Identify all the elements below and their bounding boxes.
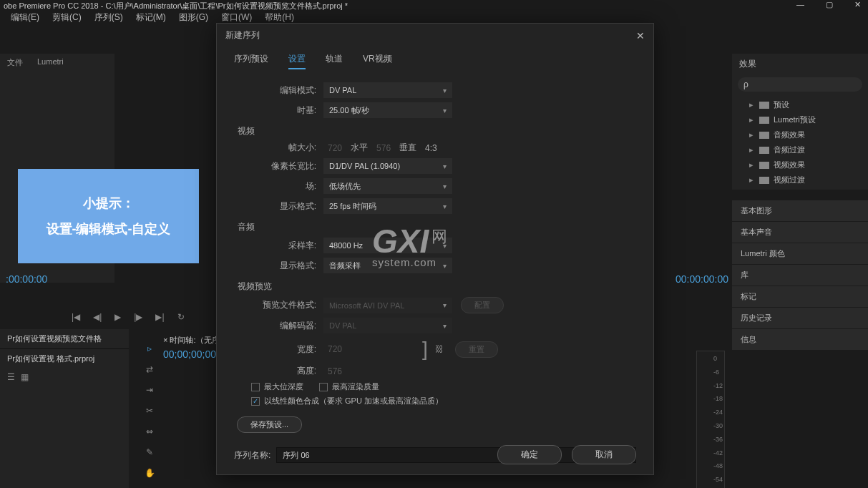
maximize-icon[interactable]: ▢ [826, 0, 833, 9]
fields-label: 场: [234, 180, 323, 192]
disp-fmt-select[interactable]: 25 fps 时间码▾ [323, 198, 452, 214]
effects-presets[interactable]: ▸预设 [732, 97, 868, 112]
panel-libraries[interactable]: 库 [732, 265, 868, 286]
search-icon: ρ [743, 79, 748, 89]
save-preset-button[interactable]: 保存预设... [237, 416, 302, 433]
audio-disp-label: 显示格式: [234, 260, 323, 272]
menu-window[interactable]: 窗口(W) [221, 11, 252, 23]
tab-vr[interactable]: VR视频 [363, 53, 392, 69]
project-tab[interactable]: Pr如何设置视频预览文件格 [0, 329, 129, 349]
effects-title[interactable]: 效果 [732, 54, 868, 74]
razor-tool-icon[interactable]: ✂ [143, 404, 156, 417]
panel-history[interactable]: 历史记录 [732, 308, 868, 328]
edit-mode-select[interactable]: DV PAL▾ [323, 82, 452, 98]
app-title: obe Premiere Pro CC 2018 - C:\用户\Adminis… [4, 1, 348, 10]
fields-select[interactable]: 低场优先▾ [323, 178, 452, 194]
max-quality-label: 最高渲染质量 [332, 381, 379, 392]
video-section-label: 视频 [238, 125, 636, 137]
pen-tool-icon[interactable]: ✎ [143, 446, 156, 459]
par-select[interactable]: D1/DV PAL (1.0940)▾ [323, 158, 452, 174]
menu-sequence[interactable]: 序列(S) [94, 11, 123, 23]
step-fwd-icon[interactable]: |▶ [134, 312, 142, 322]
codec-select: DV PAL▾ [323, 318, 452, 333]
panel-essential-graphics[interactable]: 基本图形 [732, 200, 868, 221]
slip-tool-icon[interactable]: ⇔ [143, 425, 156, 438]
menu-graphics[interactable]: 图形(G) [179, 11, 208, 23]
panel-essential-sound[interactable]: 基本声音 [732, 222, 868, 243]
timebase-label: 时基: [234, 104, 323, 117]
preview-tip-box: 小提示： 设置-编辑模式-自定义 [18, 169, 199, 263]
audio-disp-select[interactable]: 音频采样▾ [323, 258, 452, 273]
seq-name-label: 序列名称: [234, 449, 270, 462]
preview-fmt-label: 预览文件格式: [234, 299, 323, 311]
bracket-icon: ] [418, 338, 432, 361]
source-timecode[interactable]: :00:00:00 [6, 273, 47, 285]
panel-info[interactable]: 信息 [732, 329, 868, 350]
edit-mode-label: 编辑模式: [234, 84, 323, 97]
tab-settings[interactable]: 设置 [288, 53, 306, 69]
list-view-icon[interactable]: ☰ [7, 372, 15, 382]
frame-height: 576 [372, 143, 395, 153]
effects-lumetri[interactable]: ▸Lumetri预设 [732, 112, 868, 127]
dialog-close-icon[interactable]: ✕ [636, 30, 645, 42]
play-icon[interactable]: ▶ [114, 312, 121, 322]
goto-in-icon[interactable]: |◀ [72, 312, 80, 322]
step-back-icon[interactable]: ◀| [93, 312, 102, 322]
preview-fmt-select: Microsoft AVI DV PAL▾ [323, 298, 452, 313]
icon-view-icon[interactable]: ▦ [21, 372, 29, 382]
menu-clip[interactable]: 剪辑(C) [52, 11, 82, 23]
minimize-icon[interactable]: — [796, 0, 804, 9]
timebase-select[interactable]: 25.00 帧/秒▾ [323, 102, 452, 118]
preview-height: 576 [323, 366, 346, 376]
chevron-down-icon: ▾ [443, 162, 447, 170]
tip-line1: 小提示： [83, 195, 135, 212]
linear-color-checkbox[interactable] [251, 397, 260, 406]
tab-lumetri[interactable]: Lumetri [37, 57, 64, 68]
chevron-down-icon: ▾ [443, 182, 447, 190]
cancel-button[interactable]: 取消 [572, 445, 636, 464]
effects-search[interactable]: ρ [738, 77, 862, 92]
menu-marker[interactable]: 标记(M) [136, 11, 166, 23]
new-sequence-dialog: 新建序列 ✕ 序列预设 设置 轨道 VR视频 编辑模式: DV PAL▾ 时基:… [216, 23, 654, 475]
chevron-down-icon: ▾ [443, 322, 447, 330]
linear-color-label: 以线性颜色合成（要求 GPU 加速或最高渲染品质） [264, 396, 443, 406]
frame-size-label: 帧大小: [234, 142, 323, 154]
tip-line2: 设置-编辑模式-自定义 [47, 220, 171, 238]
program-timecode[interactable]: 00:00:00:00 [676, 273, 728, 285]
menu-help[interactable]: 帮助(H) [265, 11, 294, 23]
dialog-title: 新建序列 [225, 29, 260, 42]
chevron-down-icon: ▾ [443, 301, 447, 309]
track-select-icon[interactable]: ⇄ [143, 363, 156, 376]
tab-presets[interactable]: 序列预设 [234, 53, 268, 69]
title-bar: obe Premiere Pro CC 2018 - C:\用户\Adminis… [0, 0, 868, 10]
panel-lumetri-color[interactable]: Lumetri 颜色 [732, 243, 868, 264]
hand-tool-icon[interactable]: ✋ [143, 467, 156, 479]
project-item[interactable]: Pr如何设置视 格式.prproj [0, 349, 129, 369]
effects-audio-trans[interactable]: ▸音频过渡 [732, 142, 868, 157]
height-label: 高度: [234, 365, 323, 377]
close-icon[interactable]: ✕ [854, 0, 861, 9]
max-quality-checkbox[interactable] [319, 383, 328, 391]
timeline-tab[interactable]: × 时间轴:（无序 [163, 335, 223, 346]
selection-tool-icon[interactable]: ▹ [143, 342, 156, 355]
ripple-edit-icon[interactable]: ⇥ [143, 384, 156, 396]
timeline-timecode[interactable]: 00;00;00;00 [163, 348, 223, 360]
ok-button[interactable]: 确定 [497, 445, 562, 464]
goto-out-icon[interactable]: ▶| [155, 312, 164, 322]
menu-bar: 编辑(E) 剪辑(C) 序列(S) 标记(M) 图形(G) 窗口(W) 帮助(H… [0, 10, 868, 24]
effects-audio-fx[interactable]: ▸音频效果 [732, 127, 868, 142]
effects-video-trans[interactable]: ▸视频过渡 [732, 172, 868, 187]
sample-rate-select[interactable]: 48000 Hz▾ [323, 238, 452, 253]
preview-width: 720 [323, 344, 346, 354]
tab-tracks[interactable]: 轨道 [326, 53, 343, 69]
disp-fmt-label: 显示格式: [234, 200, 323, 213]
max-depth-checkbox[interactable] [251, 383, 260, 391]
link-icon[interactable]: ⛓ [432, 344, 447, 354]
menu-edit[interactable]: 编辑(E) [11, 11, 39, 23]
panel-markers[interactable]: 标记 [732, 286, 868, 307]
par-label: 像素长宽比: [234, 160, 323, 172]
effects-video-fx[interactable]: ▸视频效果 [732, 157, 868, 172]
loop-icon[interactable]: ↻ [177, 312, 185, 322]
frame-width: 720 [323, 143, 346, 153]
tab-file[interactable]: 文件 [7, 57, 23, 68]
